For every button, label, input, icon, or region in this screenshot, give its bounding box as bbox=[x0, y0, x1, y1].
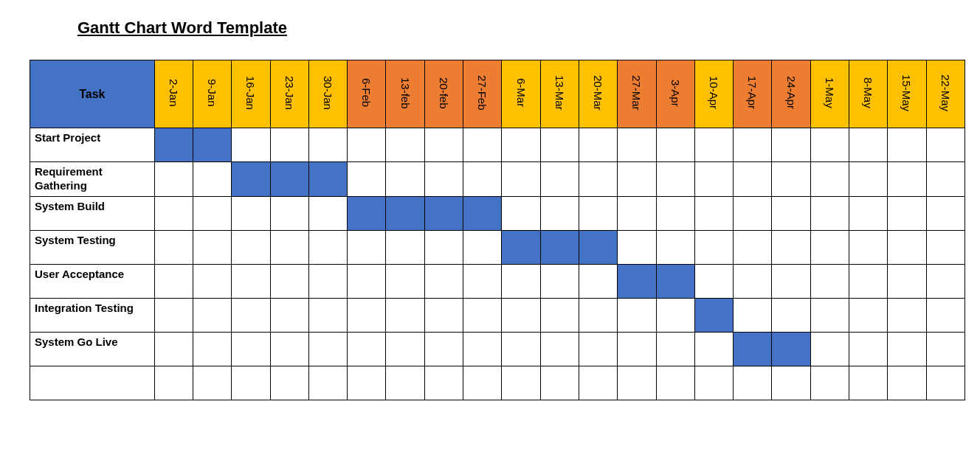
gantt-empty-cell bbox=[270, 366, 308, 400]
gantt-empty-cell bbox=[849, 162, 888, 197]
gantt-empty-cell bbox=[463, 264, 502, 298]
gantt-empty-cell bbox=[772, 264, 810, 298]
date-header-label: 13-feb bbox=[399, 77, 412, 109]
date-header-label: 9-Jan bbox=[206, 79, 218, 107]
gantt-empty-cell bbox=[193, 162, 231, 197]
gantt-empty-cell bbox=[618, 332, 656, 366]
date-header-label: 16-Jan bbox=[244, 76, 257, 110]
gantt-empty-cell bbox=[308, 230, 347, 264]
gantt-empty-cell bbox=[193, 230, 231, 264]
gantt-empty-cell bbox=[772, 196, 810, 230]
gantt-empty-cell bbox=[849, 298, 888, 332]
gantt-empty-cell bbox=[579, 162, 617, 197]
gantt-empty-cell bbox=[888, 264, 926, 298]
date-header: 10-Apr bbox=[694, 60, 733, 128]
date-header-label: 27-Feb bbox=[476, 75, 489, 111]
gantt-empty-cell bbox=[810, 298, 849, 332]
gantt-empty-cell bbox=[849, 230, 888, 264]
gantt-empty-cell bbox=[618, 230, 656, 264]
date-header: 1-May bbox=[810, 60, 849, 128]
gantt-empty-cell bbox=[656, 196, 694, 230]
gantt-empty-cell bbox=[772, 128, 810, 162]
gantt-empty-cell bbox=[888, 196, 926, 230]
gantt-empty-cell bbox=[618, 128, 656, 162]
gantt-empty-cell bbox=[270, 264, 308, 298]
gantt-empty-cell bbox=[463, 162, 502, 197]
date-header: 27-Feb bbox=[463, 60, 502, 128]
gantt-bar-cell bbox=[348, 196, 386, 230]
gantt-empty-cell bbox=[386, 128, 424, 162]
gantt-empty-cell bbox=[618, 162, 656, 197]
gantt-empty-cell bbox=[424, 366, 463, 400]
table-row: Integration Testing bbox=[30, 298, 965, 332]
task-name-cell: Start Project bbox=[30, 128, 155, 162]
gantt-empty-cell bbox=[540, 298, 579, 332]
gantt-empty-cell bbox=[810, 196, 849, 230]
gantt-empty-cell bbox=[694, 264, 733, 298]
task-column-header: Task bbox=[30, 60, 155, 128]
gantt-empty-cell bbox=[734, 196, 772, 230]
gantt-empty-cell bbox=[232, 332, 270, 366]
gantt-bar-cell bbox=[154, 128, 193, 162]
gantt-empty-cell bbox=[579, 298, 617, 332]
gantt-bar-cell bbox=[618, 264, 656, 298]
gantt-empty-cell bbox=[888, 332, 926, 366]
gantt-empty-cell bbox=[348, 366, 386, 400]
gantt-empty-cell bbox=[888, 298, 926, 332]
date-header-label: 20-feb bbox=[438, 77, 450, 109]
date-header-label: 8-May bbox=[862, 77, 874, 108]
gantt-empty-cell bbox=[154, 230, 193, 264]
gantt-empty-cell bbox=[270, 332, 308, 366]
date-header-label: 1-May bbox=[824, 77, 836, 108]
gantt-empty-cell bbox=[734, 162, 772, 197]
table-row: System Testing bbox=[30, 230, 965, 264]
date-header: 13-Mar bbox=[540, 60, 579, 128]
gantt-empty-cell bbox=[502, 196, 540, 230]
gantt-empty-cell bbox=[694, 162, 733, 197]
gantt-empty-cell bbox=[502, 162, 540, 197]
gantt-bar-cell bbox=[502, 230, 540, 264]
gantt-empty-cell bbox=[926, 162, 965, 197]
gantt-empty-cell bbox=[734, 366, 772, 400]
gantt-bar-cell bbox=[463, 196, 502, 230]
table-row bbox=[30, 366, 965, 400]
gantt-bar-cell bbox=[772, 332, 810, 366]
gantt-empty-cell bbox=[424, 298, 463, 332]
date-header-label: 15-May bbox=[900, 74, 913, 111]
gantt-empty-cell bbox=[810, 162, 849, 197]
gantt-empty-cell bbox=[463, 332, 502, 366]
gantt-empty-cell bbox=[810, 230, 849, 264]
gantt-empty-cell bbox=[424, 230, 463, 264]
gantt-bar-cell bbox=[424, 196, 463, 230]
table-row: Start Project bbox=[30, 128, 965, 162]
gantt-empty-cell bbox=[348, 332, 386, 366]
gantt-empty-cell bbox=[424, 332, 463, 366]
gantt-empty-cell bbox=[618, 298, 656, 332]
gantt-empty-cell bbox=[386, 162, 424, 197]
gantt-bar-cell bbox=[232, 162, 270, 197]
gantt-empty-cell bbox=[772, 366, 810, 400]
gantt-empty-cell bbox=[386, 264, 424, 298]
gantt-body: Start ProjectRequirement GatheringSystem… bbox=[30, 128, 965, 400]
gantt-table: Task 2-Jan9-Jan16-Jan23-Jan30-Jan6-Feb13… bbox=[30, 60, 965, 400]
gantt-empty-cell bbox=[926, 128, 965, 162]
gantt-empty-cell bbox=[926, 230, 965, 264]
table-row: System Go Live bbox=[30, 332, 965, 366]
gantt-empty-cell bbox=[386, 230, 424, 264]
gantt-empty-cell bbox=[540, 366, 579, 400]
gantt-empty-cell bbox=[154, 366, 193, 400]
gantt-empty-cell bbox=[579, 366, 617, 400]
gantt-bar-cell bbox=[270, 162, 308, 197]
gantt-empty-cell bbox=[926, 366, 965, 400]
date-header: 15-May bbox=[888, 60, 926, 128]
gantt-bar-cell bbox=[308, 162, 347, 197]
date-header: 20-feb bbox=[424, 60, 463, 128]
date-header-label: 6-Mar bbox=[515, 78, 528, 107]
date-header-label: 10-Apr bbox=[708, 76, 720, 109]
gantt-empty-cell bbox=[348, 230, 386, 264]
gantt-empty-cell bbox=[694, 332, 733, 366]
gantt-empty-cell bbox=[232, 264, 270, 298]
gantt-empty-cell bbox=[772, 230, 810, 264]
gantt-bar-cell bbox=[579, 230, 617, 264]
gantt-empty-cell bbox=[849, 264, 888, 298]
